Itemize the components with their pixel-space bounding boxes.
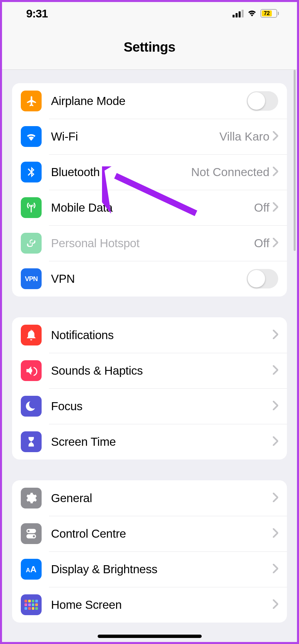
row-label: Bluetooth [51,165,191,179]
row-label: Display & Brightness [51,562,273,576]
settings-content: Airplane Mode Wi-Fi Villa Karo Bluetooth… [2,70,297,642]
chevron-right-icon [273,330,278,340]
status-indicators: 72 [233,9,279,18]
row-label: Home Screen [51,598,273,611]
row-notifications[interactable]: Notifications [12,317,287,353]
row-personal-hotspot[interactable]: Personal Hotspot Off [12,225,287,261]
row-label: General [51,491,273,505]
settings-group-network: Airplane Mode Wi-Fi Villa Karo Bluetooth… [12,83,287,297]
bluetooth-icon [21,162,42,182]
chevron-right-icon [273,202,278,213]
row-general[interactable]: General [12,480,287,516]
row-label: Control Centre [51,527,273,540]
cellular-signal-icon [233,10,244,17]
row-label: Sounds & Haptics [51,364,273,377]
page-title: Settings [124,40,176,55]
status-time: 9:31 [26,7,48,20]
row-sounds[interactable]: Sounds & Haptics [12,353,287,388]
moon-icon [21,396,42,417]
chevron-right-icon [273,436,278,447]
settings-group-notifications: Notifications Sounds & Haptics Focus Scr… [12,317,287,460]
row-label: Personal Hotspot [51,236,254,250]
chevron-right-icon [273,365,278,376]
chevron-right-icon [273,493,278,503]
row-airplane-mode[interactable]: Airplane Mode [12,83,287,119]
chevron-right-icon [273,131,278,142]
airplane-toggle[interactable] [247,91,278,111]
vpn-toggle[interactable] [247,269,278,288]
row-label: Screen Time [51,435,273,448]
row-value: Off [254,236,269,250]
wifi-icon [21,126,42,147]
airplane-icon [21,91,42,111]
row-label: Wi-Fi [51,130,219,143]
row-display[interactable]: AA Display & Brightness [12,551,287,587]
row-value: Off [254,201,269,214]
row-mobile-data[interactable]: Mobile Data Off [12,190,287,225]
chevron-right-icon [273,528,278,539]
row-wifi[interactable]: Wi-Fi Villa Karo [12,119,287,154]
row-vpn[interactable]: VPN VPN [12,261,287,297]
nav-header: Settings [2,25,297,70]
row-label: VPN [51,272,247,285]
battery-indicator: 72 [260,9,279,18]
speaker-icon [21,360,42,381]
hourglass-icon [21,431,42,452]
wifi-status-icon [247,9,257,18]
row-label: Mobile Data [51,201,254,214]
chevron-right-icon [273,167,278,177]
chevron-right-icon [273,564,278,575]
chevron-right-icon [273,238,278,249]
battery-percent: 72 [264,10,270,16]
settings-group-general: General Control Centre AA Display & Brig… [12,480,287,623]
aa-icon: AA [21,559,42,580]
row-label: Airplane Mode [51,94,247,108]
row-bluetooth[interactable]: Bluetooth Not Connected [12,154,287,190]
row-home-screen[interactable]: Home Screen [12,587,287,623]
status-bar: 9:31 72 [2,2,297,25]
chevron-right-icon [273,401,278,412]
row-label: Focus [51,399,273,413]
chevron-right-icon [273,599,278,610]
hotspot-icon [21,233,42,254]
gear-icon [21,488,42,508]
row-focus[interactable]: Focus [12,388,287,424]
row-label: Notifications [51,328,273,342]
switches-icon [21,523,42,544]
vpn-icon: VPN [21,268,42,289]
row-screen-time[interactable]: Screen Time [12,424,287,460]
scrollbar[interactable] [294,70,296,251]
antenna-icon [21,197,42,218]
row-value: Not Connected [191,165,269,179]
row-control-centre[interactable]: Control Centre [12,516,287,551]
home-indicator[interactable] [98,635,202,638]
bell-icon [21,325,42,345]
row-value: Villa Karo [219,130,269,143]
home-grid-icon [21,594,42,615]
